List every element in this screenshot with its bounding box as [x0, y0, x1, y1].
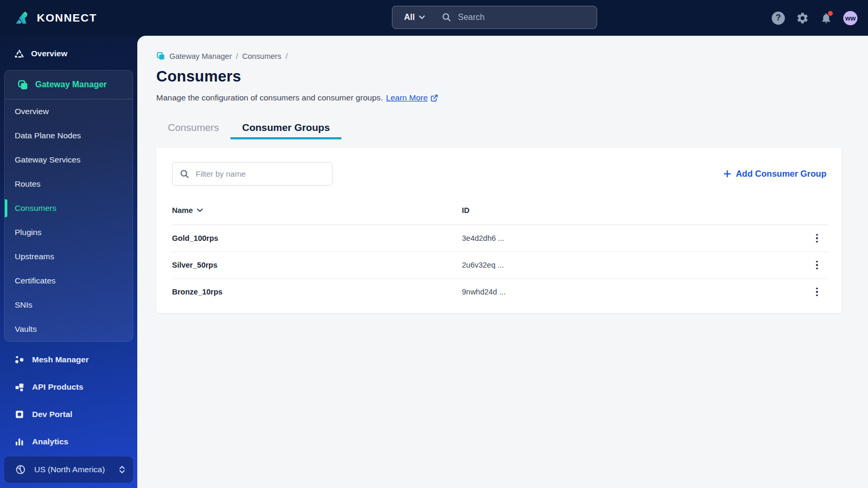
- gateway-manager-label: Gateway Manager: [35, 80, 107, 89]
- row-actions-button[interactable]: [806, 258, 827, 273]
- notification-dot: [828, 11, 833, 16]
- global-search: All: [392, 6, 597, 29]
- notifications-button[interactable]: [820, 12, 832, 24]
- logo-wordmark: KONNECT: [37, 12, 97, 24]
- breadcrumb-separator: /: [286, 52, 288, 60]
- tab-bar: Consumers Consumer Groups: [156, 116, 842, 139]
- help-button[interactable]: ?: [772, 12, 785, 25]
- chevron-down-icon: [419, 15, 425, 19]
- help-icon: ?: [772, 12, 785, 25]
- sidebar-item-snis[interactable]: SNIs: [5, 293, 133, 317]
- settings-button[interactable]: [796, 12, 809, 25]
- kong-logo-icon: [13, 9, 31, 27]
- cell-id: 9nwhd24d ...: [462, 288, 806, 296]
- search-scope-dropdown[interactable]: All: [400, 13, 428, 22]
- dev-portal-icon: [14, 409, 25, 420]
- sidebar-item-routes[interactable]: Routes: [5, 172, 133, 196]
- search-icon: [442, 13, 451, 22]
- main-content: Gateway Manager / Consumers / Consumers …: [137, 36, 868, 488]
- sidebar-item-vaults[interactable]: Vaults: [5, 317, 133, 341]
- sidebar: Overview Gateway Manager Overview Data P…: [0, 0, 137, 488]
- search-scope-value: All: [404, 13, 415, 22]
- sidebar-item-label: API Products: [32, 382, 83, 392]
- sidebar-item-label: Analytics: [32, 437, 68, 446]
- breadcrumb: Gateway Manager / Consumers /: [156, 52, 842, 60]
- cell-name[interactable]: Gold_100rps: [172, 234, 462, 242]
- gateway-manager-icon: [17, 79, 28, 90]
- column-header-name[interactable]: Name: [172, 206, 462, 215]
- sidebar-item-api-products[interactable]: API Products: [4, 373, 133, 401]
- sidebar-item-plugins[interactable]: Plugins: [5, 220, 133, 245]
- tab-consumer-groups[interactable]: Consumer Groups: [230, 116, 341, 139]
- up-down-chevron-icon: [119, 466, 125, 473]
- row-actions-button[interactable]: [806, 284, 827, 300]
- external-link-icon: [430, 94, 438, 102]
- mesh-manager-icon: [14, 354, 25, 365]
- sidebar-item-gw-overview[interactable]: Overview: [5, 99, 133, 124]
- filter-by-name-input[interactable]: [195, 169, 325, 179]
- add-button-label: Add Consumer Group: [736, 169, 826, 179]
- cell-id: 2u6v32eq ...: [462, 261, 806, 269]
- page-description: Manage the configuration of consumers an…: [156, 93, 842, 103]
- kebab-icon: [816, 234, 818, 236]
- cell-name[interactable]: Bronze_10rps: [172, 288, 462, 296]
- description-text: Manage the configuration of consumers an…: [156, 93, 383, 103]
- table-row: Bronze_10rps 9nwhd24d ...: [172, 279, 827, 305]
- plus-icon: [723, 170, 731, 178]
- breadcrumb-gateway-manager[interactable]: Gateway Manager: [169, 52, 231, 60]
- cell-name[interactable]: Silver_50rps: [172, 261, 462, 269]
- table-row: Gold_100rps 3e4d2dh6 ...: [172, 225, 827, 252]
- sidebar-item-label: Consumers: [15, 204, 56, 213]
- sidebar-item-label: Overview: [31, 49, 67, 58]
- region-label: US (North America): [34, 465, 112, 474]
- user-avatar[interactable]: ww: [843, 11, 857, 25]
- top-navbar: KONNECT All ?: [0, 0, 868, 36]
- breadcrumb-separator: /: [236, 52, 238, 60]
- column-label: ID: [462, 206, 470, 215]
- konnect-logo[interactable]: KONNECT: [13, 0, 97, 36]
- gear-icon: [796, 12, 809, 25]
- search-input[interactable]: [457, 12, 589, 23]
- table-row: Silver_50rps 2u6v32eq ...: [172, 252, 827, 279]
- sidebar-item-dev-portal[interactable]: Dev Portal: [4, 401, 133, 428]
- sidebar-item-overview[interactable]: Overview: [4, 43, 133, 64]
- active-item-indicator: [5, 199, 7, 217]
- tab-consumers[interactable]: Consumers: [156, 116, 230, 139]
- filter-field: [172, 162, 332, 186]
- kebab-icon: [816, 261, 818, 263]
- sidebar-item-label: Mesh Manager: [32, 355, 89, 364]
- sidebar-item-consumers[interactable]: Consumers: [5, 196, 133, 220]
- sidebar-item-upstreams[interactable]: Upstreams: [5, 245, 133, 269]
- search-icon: [180, 169, 189, 179]
- sidebar-item-label: Dev Portal: [32, 410, 73, 419]
- overview-icon: [14, 49, 24, 59]
- row-actions-button[interactable]: [806, 231, 827, 246]
- sidebar-item-gateway-manager[interactable]: Gateway Manager: [5, 70, 133, 99]
- learn-more-link[interactable]: Learn More: [386, 93, 438, 103]
- consumer-groups-table: Name ID Gold_100rps 3e4d2dh6 ... Silv: [172, 196, 827, 305]
- consumer-groups-card: Add Consumer Group Name ID Gold_100rps 3…: [156, 148, 842, 313]
- sidebar-item-data-plane-nodes[interactable]: Data Plane Nodes: [5, 124, 133, 148]
- table-header: Name ID: [172, 196, 827, 225]
- page-title: Consumers: [156, 68, 842, 85]
- analytics-icon: [14, 436, 25, 447]
- sidebar-item-analytics[interactable]: Analytics: [4, 428, 133, 455]
- sidebar-item-mesh-manager[interactable]: Mesh Manager: [4, 346, 133, 373]
- gateway-manager-breadcrumb-icon: [156, 52, 165, 60]
- kebab-icon: [816, 288, 818, 290]
- column-label: Name: [172, 206, 193, 215]
- region-selector[interactable]: US (North America): [4, 456, 133, 483]
- breadcrumb-consumers[interactable]: Consumers: [243, 52, 281, 60]
- globe-icon: [15, 464, 26, 475]
- add-consumer-group-button[interactable]: Add Consumer Group: [722, 169, 827, 179]
- sidebar-item-certificates[interactable]: Certificates: [5, 269, 133, 293]
- sort-chevron-icon: [197, 208, 203, 212]
- bell-icon: [820, 12, 832, 24]
- column-header-id: ID: [462, 206, 806, 215]
- api-products-icon: [14, 382, 25, 392]
- gateway-manager-panel: Gateway Manager Overview Data Plane Node…: [4, 70, 133, 342]
- sidebar-item-gateway-services[interactable]: Gateway Services: [5, 148, 133, 172]
- learn-more-label: Learn More: [386, 93, 428, 103]
- cell-id: 3e4d2dh6 ...: [462, 234, 806, 242]
